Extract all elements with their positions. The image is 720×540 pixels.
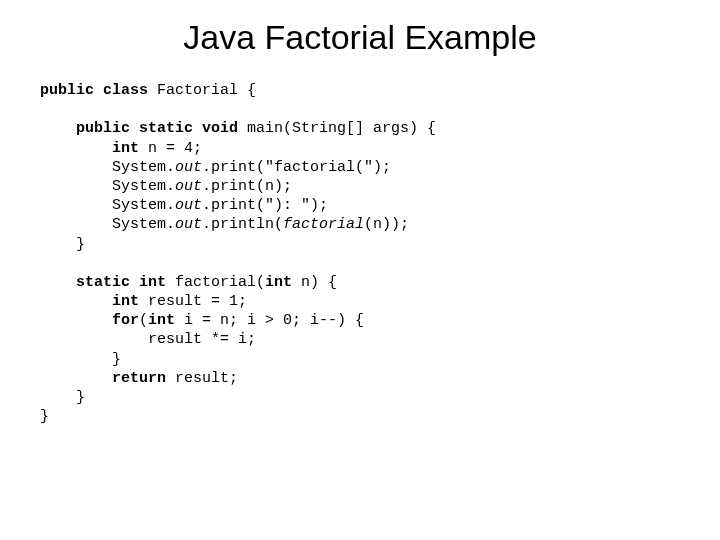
code-block: public class Factorial { public static v… <box>40 81 680 426</box>
kw-int: int <box>112 293 148 310</box>
code-text: main(String[] args) { <box>247 120 436 137</box>
code-text: ( <box>139 312 148 329</box>
code-text: result; <box>175 370 238 387</box>
code-text: .print("factorial("); <box>202 159 391 176</box>
code-text: } <box>112 351 121 368</box>
code-text: .print("): "); <box>202 197 328 214</box>
code-text: i = n; i > 0; i--) { <box>184 312 364 329</box>
kw-int: int <box>265 274 301 291</box>
code-text: n) { <box>301 274 337 291</box>
kw-return: return <box>112 370 175 387</box>
field-out: out <box>175 197 202 214</box>
code-text: System. <box>112 216 175 233</box>
code-text: } <box>40 408 49 425</box>
code-text: Factorial { <box>157 82 256 99</box>
call-factorial: factorial <box>283 216 364 233</box>
code-text: System. <box>112 178 175 195</box>
slide-title: Java Factorial Example <box>40 18 680 57</box>
code-text: System. <box>112 197 175 214</box>
code-text: (n)); <box>364 216 409 233</box>
kw-int: int <box>112 140 148 157</box>
code-text: } <box>76 389 85 406</box>
code-text: System. <box>112 159 175 176</box>
field-out: out <box>175 216 202 233</box>
field-out: out <box>175 178 202 195</box>
kw-public-class: public class <box>40 82 157 99</box>
kw-for: for <box>112 312 139 329</box>
kw-int: int <box>148 312 184 329</box>
code-text: } <box>76 236 85 253</box>
code-text: .print(n); <box>202 178 292 195</box>
field-out: out <box>175 159 202 176</box>
code-text: factorial( <box>175 274 265 291</box>
code-text: n = 4; <box>148 140 202 157</box>
code-text: .println( <box>202 216 283 233</box>
code-text: result = 1; <box>148 293 247 310</box>
kw-public-static-void: public static void <box>76 120 247 137</box>
kw-static-int: static int <box>76 274 175 291</box>
code-text: result *= i; <box>148 331 256 348</box>
